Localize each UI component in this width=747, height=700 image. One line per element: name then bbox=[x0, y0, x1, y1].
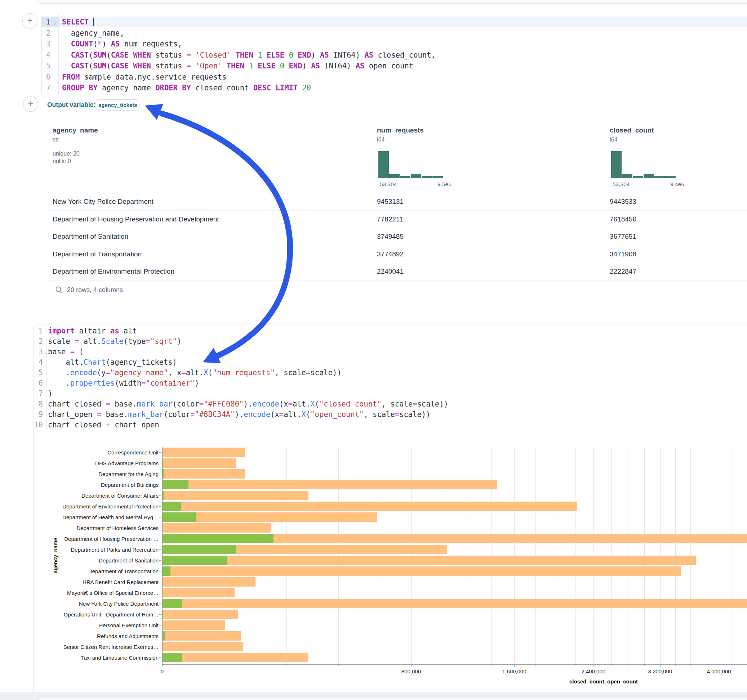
code-token: CAST bbox=[71, 62, 89, 70]
code-token: 1 bbox=[249, 62, 253, 70]
line-number: 4 bbox=[29, 357, 43, 368]
code-token bbox=[62, 51, 71, 59]
y-axis-tick bbox=[159, 506, 162, 507]
y-axis-label: Department for the Aging bbox=[98, 471, 159, 477]
code-token: import bbox=[48, 327, 75, 335]
code-token: SELECT bbox=[62, 18, 89, 26]
code-line[interactable]: GROUP BY agency_name ORDER BY closed_cou… bbox=[62, 83, 311, 93]
y-axis-tick bbox=[159, 549, 162, 550]
table-cell-closed-count: 7618456 bbox=[610, 215, 637, 223]
bar-open bbox=[163, 491, 164, 500]
code-line[interactable]: FROM sample_data.nyc.service_requests bbox=[62, 72, 227, 83]
code-line[interactable]: SELECT bbox=[62, 17, 94, 27]
line-number: 6 bbox=[36, 72, 50, 83]
y-axis-tick bbox=[159, 452, 162, 453]
add-cell-button-middle[interactable]: + bbox=[23, 97, 38, 112]
code-token: properties bbox=[70, 379, 115, 388]
add-cell-button-top[interactable]: + bbox=[22, 13, 38, 29]
code-token: . bbox=[48, 368, 70, 377]
code-line[interactable]: CAST(SUM(CASE WHEN status = 'Closed' THE… bbox=[62, 50, 435, 60]
code-token bbox=[129, 62, 133, 70]
code-token: base bbox=[48, 347, 70, 356]
code-line[interactable]: scale = alt.Scale(type="sqrt") bbox=[48, 336, 181, 347]
x-axis-tick bbox=[286, 664, 287, 666]
code-token: open_count bbox=[364, 62, 413, 70]
column-histogram bbox=[378, 151, 443, 178]
histogram-bar bbox=[665, 176, 676, 178]
x-axis-tick bbox=[514, 664, 514, 667]
code-line[interactable]: alt.Chart(agency_tickets) bbox=[48, 357, 177, 368]
code-token: CASE bbox=[111, 51, 129, 59]
code-line[interactable]: chart_open = base.mark_bar(color="#8BC34… bbox=[48, 409, 431, 420]
code-line[interactable]: chart_closed + chart_open bbox=[48, 419, 159, 430]
code-token: ( bbox=[106, 51, 110, 59]
line-number: 3 bbox=[36, 39, 50, 49]
code-token: base. bbox=[101, 410, 128, 419]
column-header: closed_count bbox=[610, 127, 654, 134]
code-token bbox=[284, 51, 289, 59]
y-axis-label: Department of Parks and Recreation bbox=[71, 547, 159, 553]
code-line[interactable]: chart_closed = base.mark_bar(color="#FFC… bbox=[48, 398, 448, 409]
x-axis-tick-label: 2,400,000 bbox=[581, 668, 605, 674]
code-token: = bbox=[187, 62, 191, 70]
code-token: BY bbox=[89, 83, 98, 92]
fold-caret-icon[interactable]: ⌄ bbox=[53, 20, 57, 26]
histogram-bar bbox=[422, 176, 432, 178]
code-token: THEN bbox=[227, 62, 244, 70]
bar-open bbox=[163, 653, 182, 662]
histogram-bar bbox=[432, 176, 443, 178]
code-line[interactable]: agency_name, bbox=[62, 28, 124, 39]
code-token: "closed_count" bbox=[319, 400, 382, 408]
row-divider bbox=[48, 281, 747, 281]
code-token: scale)) bbox=[310, 368, 341, 377]
y-axis-label: Operations Unit - Department of Hom… bbox=[64, 611, 159, 617]
code-token bbox=[62, 62, 71, 70]
code-token: = bbox=[187, 51, 191, 59]
line-number: 7 bbox=[36, 83, 50, 93]
code-line[interactable]: .properties(width="container") bbox=[48, 378, 199, 389]
code-line[interactable]: import altair as alt bbox=[48, 326, 137, 336]
x-axis-tick bbox=[535, 664, 536, 666]
search-icon[interactable] bbox=[55, 285, 64, 294]
output-variable-pill[interactable]: agency_tickets bbox=[95, 100, 139, 110]
bar-open bbox=[163, 566, 171, 576]
code-token bbox=[293, 51, 298, 59]
code-token: encode bbox=[70, 368, 97, 377]
code-token: X bbox=[204, 368, 208, 377]
bar-closed bbox=[163, 599, 747, 608]
code-token: ELSE bbox=[258, 62, 275, 70]
code-token: , x bbox=[168, 368, 181, 377]
histogram-max-label: 9.4e6 bbox=[670, 181, 684, 188]
code-token: END bbox=[289, 62, 302, 70]
table-row-count: 20 rows, 4 columns bbox=[67, 286, 123, 294]
code-line[interactable]: ) bbox=[48, 388, 52, 399]
x-axis-tick-label: 1,600,000 bbox=[502, 668, 526, 674]
x-axis-tick bbox=[162, 664, 163, 667]
code-token: agency_name bbox=[98, 83, 155, 92]
code-token bbox=[262, 51, 266, 59]
code-line[interactable]: base = ( bbox=[48, 346, 83, 357]
bar-open bbox=[163, 512, 197, 522]
x-axis-tick bbox=[705, 664, 705, 666]
histogram-bar bbox=[622, 174, 632, 178]
bar-closed bbox=[163, 653, 308, 662]
code-line[interactable]: COUNT(*) AS num_requests, bbox=[62, 39, 182, 49]
y-axis-tick bbox=[159, 485, 162, 485]
x-axis-tick bbox=[467, 664, 467, 666]
code-line[interactable]: .encode(y="agency_name", x=alt.X("num_re… bbox=[48, 367, 342, 378]
y-axis-label: Senior Citizen Rent Increase Exempti… bbox=[64, 644, 159, 650]
code-token: "agency_name" bbox=[110, 368, 168, 377]
gridline bbox=[705, 447, 705, 664]
column-header: agency_name bbox=[53, 127, 98, 134]
bar-closed bbox=[163, 502, 577, 511]
code-token: ) bbox=[195, 379, 199, 388]
code-token: AS bbox=[364, 51, 374, 59]
code-token: CAST bbox=[71, 51, 89, 59]
code-token: "#8BC34A" bbox=[195, 410, 234, 419]
code-line[interactable]: CAST(SUM(CASE WHEN status = 'Open' THEN … bbox=[62, 60, 413, 71]
code-token: ( bbox=[208, 368, 212, 377]
code-token bbox=[276, 62, 280, 70]
code-token: WHEN bbox=[133, 62, 151, 70]
x-axis-tick bbox=[719, 664, 719, 667]
code-token: INT64) bbox=[329, 51, 365, 59]
